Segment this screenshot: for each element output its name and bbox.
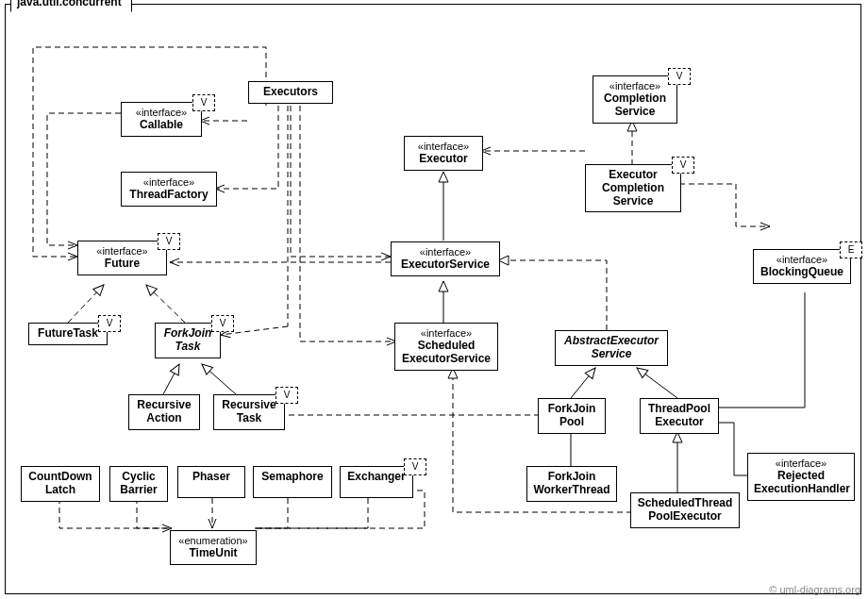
credit-text: © uml-diagrams.org bbox=[769, 584, 860, 595]
class-cyclicbarrier: CyclicBarrier bbox=[109, 466, 168, 502]
interface-threadfactory: «interface»ThreadFactory bbox=[121, 172, 217, 207]
enum-timeunit: «enumeration»TimeUnit bbox=[170, 530, 257, 565]
class-recursivetask: RecursiveTask bbox=[213, 394, 285, 430]
class-forkjoinpool: ForkJoinPool bbox=[538, 398, 606, 434]
package-name: java.util.concurrent bbox=[10, 0, 132, 12]
typeparam-future: V bbox=[158, 233, 180, 250]
class-exchanger: Exchanger bbox=[340, 466, 413, 498]
typeparam-exchanger: V bbox=[404, 458, 426, 475]
class-futuretask: FutureTask bbox=[28, 323, 108, 345]
typeparam-callable: V bbox=[192, 94, 215, 111]
typeparam-completionservice: V bbox=[668, 68, 691, 85]
class-scheduledthreadpoolexecutor: ScheduledThreadPoolExecutor bbox=[630, 492, 740, 528]
interface-rejectedexecutionhandler: «interface»RejectedExecutionHandler bbox=[747, 453, 855, 501]
typeparam-futuretask: V bbox=[98, 315, 121, 332]
class-semaphore: Semaphore bbox=[253, 466, 332, 498]
interface-executorservice: «interface»ExecutorService bbox=[391, 241, 500, 276]
interface-callable: «interface»Callable bbox=[121, 102, 202, 137]
typeparam-blockingqueue: E bbox=[840, 241, 862, 258]
class-executorcompletionservice: ExecutorCompletionService bbox=[585, 164, 681, 212]
typeparam-recursivetask: V bbox=[275, 387, 298, 404]
class-phaser: Phaser bbox=[177, 466, 245, 498]
class-executors: Executors bbox=[248, 81, 333, 104]
interface-executor: «interface»Executor bbox=[404, 136, 483, 171]
typeparam-forkjointask: V bbox=[211, 315, 234, 332]
interface-blockingqueue: «interface»BlockingQueue bbox=[753, 249, 851, 284]
typeparam-executorcompletionservice: V bbox=[672, 157, 694, 174]
interface-scheduledexecutorservice: «interface»ScheduledExecutorService bbox=[394, 323, 498, 371]
interface-completionservice: «interface»CompletionService bbox=[593, 75, 677, 124]
class-forkjoinworkerthread: ForkJoinWorkerThread bbox=[526, 466, 617, 502]
class-recursiveaction: RecursiveAction bbox=[128, 394, 200, 430]
class-countdownlatch: CountDownLatch bbox=[21, 466, 100, 502]
class-abstractexecutorservice: AbstractExecutorService bbox=[555, 330, 668, 366]
interface-future: «interface»Future bbox=[77, 241, 167, 275]
class-threadpoolexecutor: ThreadPoolExecutor bbox=[640, 398, 719, 434]
